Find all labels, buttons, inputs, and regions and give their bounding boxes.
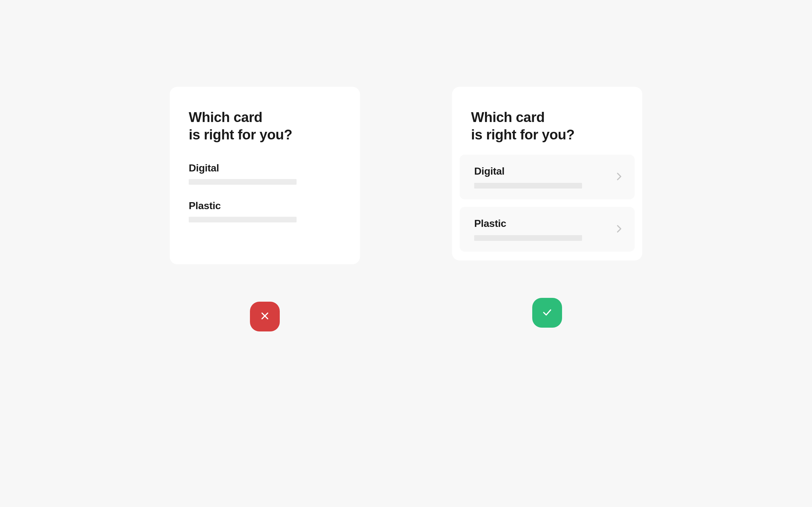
comparison-container: Which card is right for you? Digital Pla… xyxy=(170,87,642,331)
placeholder-line xyxy=(474,235,582,241)
option-content: Digital xyxy=(474,165,609,188)
example-good: Which card is right for you? Digital Pla… xyxy=(452,87,642,328)
title-line-1: Which card xyxy=(189,109,262,125)
card-title: Which card is right for you? xyxy=(189,108,341,143)
chevron-right-icon xyxy=(616,171,623,183)
option-label: Digital xyxy=(189,162,341,174)
placeholder-line xyxy=(189,179,297,185)
chevron-right-icon xyxy=(616,223,623,236)
option-plastic[interactable]: Plastic xyxy=(189,200,341,222)
option-digital[interactable]: Digital xyxy=(460,155,635,199)
card-good: Which card is right for you? Digital Pla… xyxy=(452,87,642,261)
card-title: Which card is right for you? xyxy=(471,108,635,143)
title-line-2: is right for you? xyxy=(189,127,292,142)
example-bad: Which card is right for you? Digital Pla… xyxy=(170,87,360,331)
option-digital[interactable]: Digital xyxy=(189,162,341,185)
check-icon xyxy=(541,306,554,320)
placeholder-line xyxy=(189,217,297,222)
status-badge-good xyxy=(532,298,562,328)
placeholder-line xyxy=(474,183,582,188)
status-badge-bad xyxy=(250,302,280,331)
title-line-2: is right for you? xyxy=(471,127,574,142)
option-label: Plastic xyxy=(189,200,341,212)
cross-icon xyxy=(259,310,270,323)
card-bad: Which card is right for you? Digital Pla… xyxy=(170,87,360,264)
option-content: Plastic xyxy=(474,218,609,241)
option-label: Plastic xyxy=(474,218,609,229)
title-line-1: Which card xyxy=(471,109,545,125)
option-label: Digital xyxy=(474,165,609,177)
option-plastic[interactable]: Plastic xyxy=(460,207,635,251)
